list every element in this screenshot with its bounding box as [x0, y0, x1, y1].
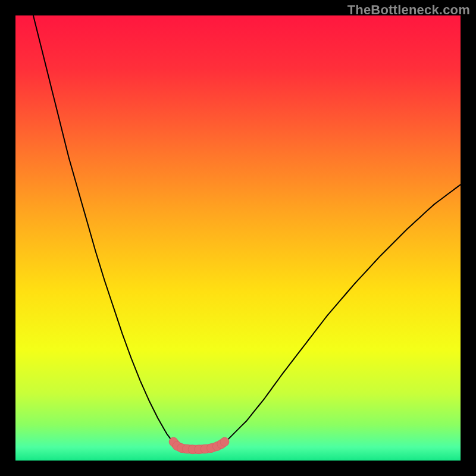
- marker-dot: [220, 437, 229, 446]
- chart-frame: TheBottleneck.com: [0, 0, 476, 476]
- gradient-background: [15, 15, 461, 461]
- plot-area: [15, 15, 461, 461]
- chart-svg: [15, 15, 461, 461]
